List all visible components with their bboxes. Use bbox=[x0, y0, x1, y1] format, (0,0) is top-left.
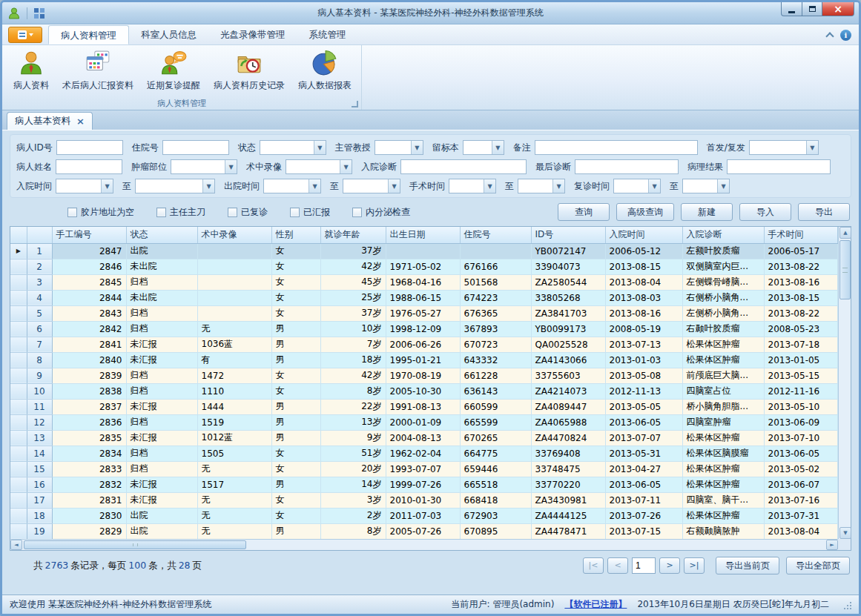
horizontal-scrollbar[interactable]: ◄ ► bbox=[10, 539, 838, 550]
professor-select[interactable]: ▼ bbox=[375, 140, 423, 155]
header-id-no[interactable]: ID号 bbox=[531, 227, 605, 243]
prev-page-button[interactable]: < bbox=[607, 557, 628, 574]
revisit-time-to-select[interactable]: ▼ bbox=[682, 179, 730, 193]
vertical-scroll-thumb[interactable] bbox=[839, 240, 851, 299]
horizontal-scroll-thumb[interactable] bbox=[24, 540, 246, 549]
ribbon-tab-system[interactable]: 系统管理 bbox=[297, 25, 358, 44]
first-page-button[interactable]: |< bbox=[583, 557, 604, 574]
table-row[interactable]: 122836归档1519男13岁2000-01-09665599ZA406598… bbox=[10, 414, 838, 430]
next-page-button[interactable]: > bbox=[659, 557, 680, 574]
final-diagnosis-input[interactable] bbox=[575, 159, 679, 174]
admit-time-from-select[interactable]: ▼ bbox=[56, 179, 113, 193]
discharge-time-to-select[interactable]: ▼ bbox=[343, 179, 400, 193]
checkbox-film-address-empty[interactable]: 胶片地址为空 bbox=[67, 206, 134, 219]
table-row[interactable]: ▶12847出院女37岁YB00721472006-05-12左额叶胶质瘤200… bbox=[10, 243, 838, 259]
admit-diagnosis-input[interactable] bbox=[400, 159, 527, 174]
first-recur-select[interactable]: ▼ bbox=[749, 140, 819, 155]
header-op-video[interactable]: 术中录像 bbox=[197, 227, 271, 243]
layout-icon[interactable] bbox=[33, 7, 45, 19]
remark-input[interactable] bbox=[535, 140, 698, 155]
header-manual-no[interactable]: 手工编号 bbox=[52, 227, 126, 243]
table-row[interactable]: 152833归档无女20岁1993-07-0765944633748475201… bbox=[10, 461, 838, 477]
collapse-ribbon-icon[interactable] bbox=[825, 32, 834, 40]
last-page-button[interactable]: >| bbox=[684, 557, 705, 574]
ribbon-button-history-record[interactable]: 病人资料历史记录 bbox=[207, 47, 291, 99]
table-row[interactable]: 82840未汇报有男18岁1995-01-21643332ZA414306620… bbox=[10, 352, 838, 368]
new-button[interactable]: 新建 bbox=[681, 203, 733, 221]
tumor-site-select[interactable]: ▼ bbox=[171, 159, 237, 174]
ribbon-tab-patient-management[interactable]: 病人资料管理 bbox=[48, 25, 129, 44]
status-select[interactable]: ▼ bbox=[260, 140, 326, 155]
patient-name-input[interactable] bbox=[56, 159, 122, 174]
maximize-button[interactable] bbox=[802, 2, 822, 16]
discharge-time-from-select[interactable]: ▼ bbox=[263, 179, 321, 193]
header-age[interactable]: 就诊年龄 bbox=[320, 227, 386, 243]
query-button[interactable]: 查询 bbox=[558, 203, 610, 221]
scroll-right-icon[interactable]: ► bbox=[826, 540, 838, 550]
table-row[interactable]: 72841未汇报1036蓝男7岁2006-06-26670723QA002552… bbox=[10, 337, 838, 352]
resize-grip[interactable] bbox=[842, 600, 851, 609]
surgery-time-from-select[interactable]: ▼ bbox=[449, 179, 496, 193]
table-row[interactable]: 52843归档女37岁1976-05-27676365ZA38417032013… bbox=[10, 305, 838, 321]
header-gender[interactable]: 性别 bbox=[271, 227, 320, 243]
export-all-pages-button[interactable]: 导出全部页 bbox=[786, 557, 850, 574]
table-row[interactable]: 32845归档女45岁1968-04-16501568ZA25805442013… bbox=[10, 274, 838, 290]
app-menu-button[interactable] bbox=[8, 27, 42, 43]
table-row[interactable]: 192829出院无男8岁2005-07-26670895ZA4478471201… bbox=[10, 523, 838, 539]
import-button[interactable]: 导入 bbox=[739, 203, 791, 221]
table-row[interactable]: 42844未出院女25岁1988-06-15674223338052682013… bbox=[10, 290, 838, 305]
export-current-page-button[interactable]: 导出当前页 bbox=[716, 557, 779, 574]
patient-id-input[interactable] bbox=[56, 140, 123, 155]
table-row[interactable]: 172831未汇报无女3岁2010-01-30668418ZA343098120… bbox=[10, 492, 838, 508]
dialog-launcher-icon[interactable] bbox=[352, 101, 358, 107]
info-icon[interactable]: i bbox=[840, 30, 851, 41]
table-row[interactable]: 22846未出院女42岁1971-05-02676166339040732013… bbox=[10, 259, 838, 274]
surgery-time-to-select[interactable]: ▼ bbox=[518, 179, 565, 193]
vertical-scrollbar[interactable]: ▲ ▼ bbox=[838, 227, 851, 539]
table-row[interactable]: 162832未汇报1517男14岁1999-07-266655183377022… bbox=[10, 477, 838, 492]
specimen-select[interactable]: ▼ bbox=[463, 140, 504, 155]
ribbon-tab-disc-tape[interactable]: 光盘录像带管理 bbox=[208, 25, 297, 44]
header-admit-diagnosis[interactable]: 入院诊断 bbox=[682, 227, 764, 243]
header-surgery-date[interactable]: 手术时间 bbox=[764, 227, 838, 243]
ribbon-button-data-report[interactable]: 病人数据报表 bbox=[291, 47, 358, 99]
header-inpatient-no[interactable]: 住院号 bbox=[460, 227, 531, 243]
header-admit-date[interactable]: 入院时间 bbox=[605, 227, 682, 243]
checkbox-icon[interactable] bbox=[156, 208, 166, 217]
close-button[interactable]: × bbox=[822, 2, 854, 16]
ribbon-button-revisit-reminder[interactable]: 近期复诊提醒 bbox=[140, 47, 207, 99]
checkbox-reported[interactable]: 已汇报 bbox=[290, 206, 330, 219]
inpatient-no-input[interactable] bbox=[162, 140, 229, 155]
checkbox-chief-surgeon[interactable]: 主任主刀 bbox=[156, 206, 205, 219]
header-status[interactable]: 状态 bbox=[126, 227, 197, 243]
page-number-input[interactable] bbox=[632, 557, 656, 574]
admit-time-to-select[interactable]: ▼ bbox=[135, 179, 215, 193]
registered-link[interactable]: 【软件已注册】 bbox=[564, 598, 627, 611]
minimize-button[interactable] bbox=[781, 2, 802, 16]
checkbox-icon[interactable] bbox=[228, 208, 237, 217]
checkbox-icon[interactable] bbox=[67, 208, 77, 217]
table-row[interactable]: 132835未汇报1012蓝男9岁2004-08-13670265ZA44708… bbox=[10, 430, 838, 446]
table-row[interactable]: 182830出院无女2岁2011-07-03672903ZA4444125201… bbox=[10, 508, 838, 523]
ribbon-tab-staff-info[interactable]: 科室人员信息 bbox=[129, 25, 208, 44]
ribbon-button-postop-report[interactable]: 术后病人汇报资料 bbox=[56, 47, 140, 99]
pathology-result-input[interactable] bbox=[727, 159, 831, 174]
close-tab-icon[interactable]: × bbox=[76, 116, 85, 126]
export-button[interactable]: 导出 bbox=[798, 203, 850, 221]
checkbox-icon[interactable] bbox=[290, 208, 300, 217]
revisit-time-from-select[interactable]: ▼ bbox=[613, 179, 661, 193]
scroll-down-icon[interactable]: ▼ bbox=[839, 527, 851, 539]
app-logo-person-icon[interactable] bbox=[7, 7, 21, 20]
checkbox-icon[interactable] bbox=[352, 208, 362, 217]
table-row[interactable]: 92839归档1472女42岁1970-08-19661228337556032… bbox=[10, 368, 838, 383]
checkbox-revisited[interactable]: 已复诊 bbox=[228, 206, 268, 219]
header-birth-date[interactable]: 出生日期 bbox=[386, 227, 460, 243]
table-row[interactable]: 62842归档无男10岁1998-12-09367893YB0099173200… bbox=[10, 321, 838, 337]
scroll-up-icon[interactable]: ▲ bbox=[839, 227, 851, 239]
ribbon-button-patient-data[interactable]: 病人资料 bbox=[7, 47, 56, 99]
table-row[interactable]: 102838归档1110女8岁2005-10-30636143ZA4214073… bbox=[10, 383, 838, 399]
document-tab-patient-basic-info[interactable]: 病人基本资料 × bbox=[7, 112, 93, 130]
table-row[interactable]: 112837未汇报1444男22岁1991-08-13660599ZA40894… bbox=[10, 399, 838, 414]
checkbox-endocrine-exam[interactable]: 内分泌检查 bbox=[352, 206, 410, 219]
op-video-select[interactable]: ▼ bbox=[286, 159, 352, 174]
